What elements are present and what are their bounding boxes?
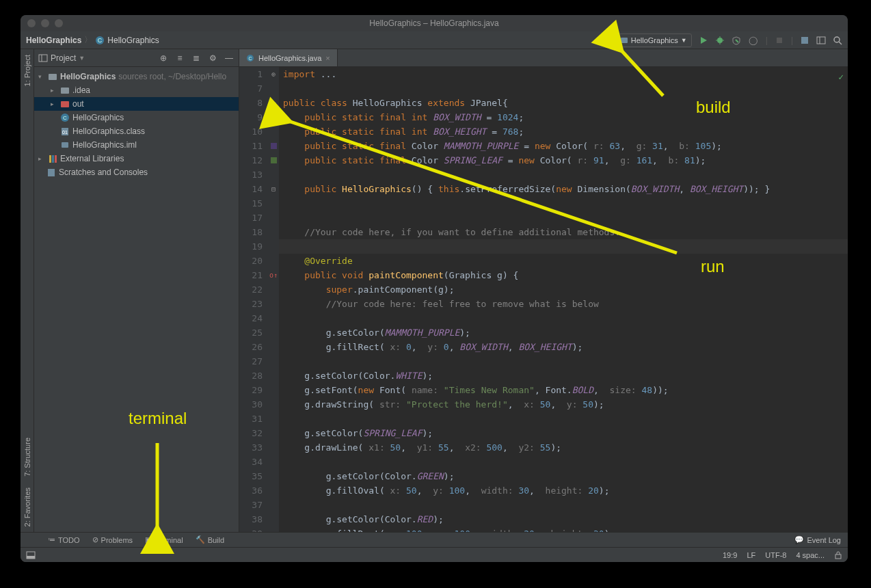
- left-tool-gutter: 1: Project 7: Structure 2: Favorites: [21, 49, 34, 532]
- breadcrumb[interactable]: HelloGraphics 〉 C HelloGraphics: [26, 34, 159, 46]
- tree-item-label: Scratches and Consoles: [59, 168, 148, 177]
- tree-item[interactable]: HelloGraphics.iml: [34, 138, 239, 152]
- editor-tab[interactable]: C HelloGraphics.java ×: [239, 49, 338, 66]
- svg-point-8: [834, 37, 840, 42]
- editor-tabs: C HelloGraphics.java ×: [239, 49, 848, 67]
- search-icon[interactable]: [833, 36, 842, 45]
- tree-item-label: External Libraries: [60, 154, 124, 163]
- hide-icon[interactable]: —: [224, 53, 234, 64]
- tree-item-label: .idea: [72, 85, 90, 95]
- svg-line-9: [839, 42, 842, 44]
- tree-root[interactable]: ▾ HelloGraphics sources root, ~/Desktop/…: [34, 70, 239, 83]
- debug-icon[interactable]: [715, 36, 725, 45]
- svg-rect-27: [27, 556, 35, 559]
- encoding[interactable]: UTF-8: [765, 551, 786, 559]
- close-icon[interactable]: [27, 19, 36, 27]
- svg-rect-22: [55, 155, 57, 163]
- terminal-tool-button[interactable]: ▣Terminal: [145, 535, 183, 544]
- status-bar: 19:9 LF UTF-8 4 spac...: [21, 547, 848, 562]
- event-log-button[interactable]: 💬Event Log: [794, 535, 848, 544]
- analysis-ok-icon[interactable]: ✓: [838, 70, 844, 84]
- svg-text:C: C: [98, 37, 103, 44]
- tree-root-label: HelloGraphics: [60, 72, 116, 81]
- folder-icon: [48, 72, 57, 81]
- code-editor[interactable]: 1789101112131415171819202122232425262728…: [239, 67, 848, 532]
- breadcrumb-file[interactable]: HelloGraphics: [107, 36, 159, 45]
- target-icon[interactable]: ⊕: [158, 53, 169, 64]
- breadcrumb-project[interactable]: HelloGraphics: [26, 36, 81, 45]
- run-icon[interactable]: [699, 36, 708, 45]
- project-sidebar: Project ▼ ⊕ ≡ ≣ ⚙ — ▾ HelloGraphics sour…: [34, 49, 239, 532]
- profiler-icon[interactable]: ◯: [748, 35, 759, 46]
- collapse-icon[interactable]: ≣: [191, 53, 202, 64]
- build-tool-button[interactable]: 🔨Build: [196, 535, 224, 544]
- bottom-toolbar: ≔TODO ⊘Problems ▣Terminal 🔨Build 💬Event …: [21, 532, 848, 547]
- project-tree[interactable]: ▾ HelloGraphics sources root, ~/Desktop/…: [34, 67, 239, 532]
- tree-external[interactable]: ▸ External Libraries: [34, 152, 239, 165]
- toolwindow-icon[interactable]: [26, 550, 36, 560]
- svg-text:C: C: [63, 115, 67, 121]
- tree-scratches[interactable]: Scratches and Consoles: [34, 165, 239, 179]
- svg-rect-19: [62, 142, 68, 148]
- editor-area: C HelloGraphics.java × 17891011121314151…: [239, 49, 848, 532]
- chevron-down-icon: ▼: [681, 37, 687, 44]
- tree-item[interactable]: 01 HelloGraphics.class: [34, 124, 239, 138]
- svg-rect-13: [61, 88, 69, 94]
- indent[interactable]: 4 spac...: [796, 551, 825, 559]
- code-content[interactable]: import ... public class HelloGraphics ex…: [279, 67, 848, 532]
- tree-item[interactable]: C HelloGraphics: [34, 111, 239, 124]
- scratch-icon: [46, 168, 56, 177]
- problems-tool-button[interactable]: ⊘Problems: [92, 535, 133, 544]
- project-tool-button[interactable]: 1: Project: [23, 49, 31, 92]
- cursor-position[interactable]: 19:9: [723, 551, 737, 559]
- tree-item[interactable]: ▸ .idea: [34, 83, 239, 97]
- tree-item[interactable]: ▸ out: [34, 97, 239, 111]
- titlebar: HelloGraphics – HelloGraphics.java: [21, 15, 848, 31]
- sidebar-title[interactable]: Project: [51, 53, 76, 63]
- zoom-icon[interactable]: [55, 19, 63, 27]
- todo-tool-button[interactable]: ≔TODO: [48, 535, 80, 544]
- class-icon: C: [60, 113, 70, 122]
- library-icon: [48, 154, 57, 163]
- tree-item-label: HelloGraphics: [72, 113, 124, 122]
- gear-icon[interactable]: ⚙: [207, 53, 218, 64]
- line-separator[interactable]: LF: [747, 551, 755, 559]
- folder-icon: [60, 99, 70, 109]
- svg-point-3: [717, 38, 723, 43]
- tree-item-label: out: [72, 99, 84, 109]
- svg-rect-12: [49, 74, 57, 80]
- run-config-label: HelloGraphics: [631, 36, 678, 44]
- svg-rect-21: [52, 155, 54, 163]
- svg-rect-2: [621, 38, 628, 43]
- tree-item-label: HelloGraphics.iml: [72, 140, 137, 150]
- svg-rect-28: [835, 554, 841, 559]
- folder-icon: [60, 85, 70, 95]
- line-numbers: 1789101112131415171819202122232425262728…: [239, 67, 268, 532]
- svg-rect-4: [777, 38, 782, 43]
- structure-tool-button[interactable]: 7: Structure: [23, 432, 31, 482]
- tree-root-hint: sources root, ~/Desktop/Hello: [118, 72, 226, 81]
- coverage-icon[interactable]: [732, 36, 741, 45]
- favorites-tool-button[interactable]: 2: Favorites: [23, 482, 31, 532]
- run-config-selector[interactable]: HelloGraphics ▼: [615, 34, 692, 47]
- build-hammer-icon[interactable]: [598, 35, 608, 46]
- tab-label: HelloGraphics.java: [258, 54, 321, 62]
- lock-icon[interactable]: [834, 551, 842, 559]
- stop-icon[interactable]: [775, 36, 784, 45]
- class-icon: C: [95, 36, 105, 45]
- bytecode-icon: 01: [60, 126, 70, 136]
- minimize-icon[interactable]: [41, 19, 49, 27]
- chevron-down-icon[interactable]: ▼: [79, 55, 85, 62]
- git-icon[interactable]: [800, 36, 809, 45]
- project-view-icon: [38, 53, 48, 63]
- close-icon[interactable]: ×: [325, 54, 330, 62]
- navbar: HelloGraphics 〉 C HelloGraphics HelloGra…: [21, 31, 848, 49]
- tree-item-label: HelloGraphics.class: [72, 126, 145, 136]
- class-icon: C: [246, 54, 254, 62]
- layout-icon[interactable]: [816, 36, 826, 45]
- gutter-marks[interactable]: ⊕⊟o↑: [268, 67, 279, 532]
- svg-text:01: 01: [62, 130, 68, 135]
- ide-window: HelloGraphics – HelloGraphics.java Hello…: [21, 15, 848, 562]
- svg-rect-23: [48, 169, 55, 176]
- expand-icon[interactable]: ≡: [174, 53, 185, 64]
